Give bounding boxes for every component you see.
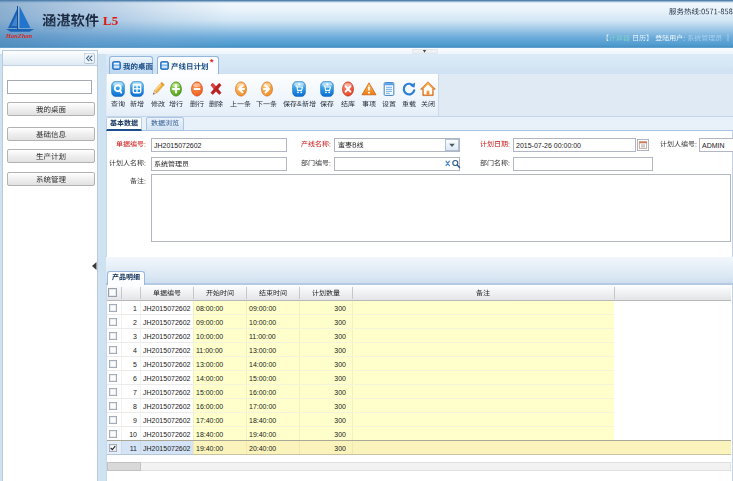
svg-text:HanZhan: HanZhan — [5, 32, 33, 39]
